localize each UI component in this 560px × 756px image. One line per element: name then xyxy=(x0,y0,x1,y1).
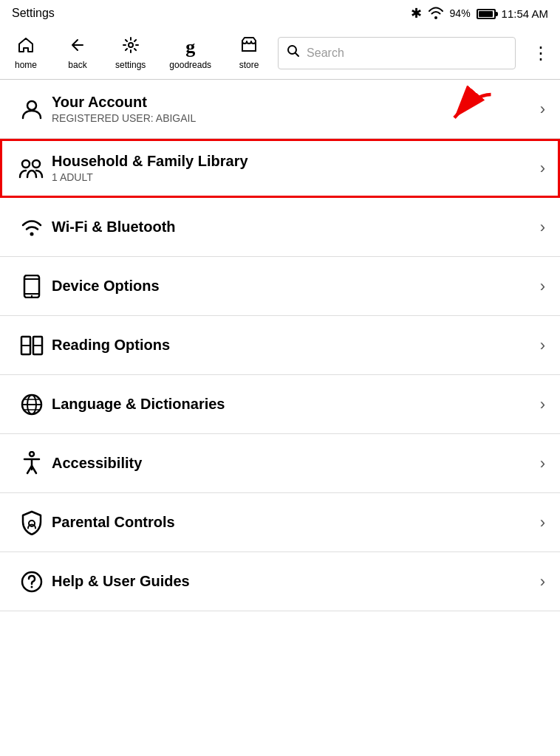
wifi-bluetooth-title: Wi-Fi & Bluetooth xyxy=(52,219,540,236)
parental-controls-icon xyxy=(15,510,49,535)
toolbar-nav: home back settings g goodreads xyxy=(0,32,275,75)
nav-home[interactable]: home xyxy=(0,32,52,75)
battery-percentage: 94% xyxy=(450,7,471,19)
settings-item-accessibility[interactable]: Accessibility › xyxy=(0,434,560,493)
accessibility-content: Accessibility xyxy=(49,455,540,472)
household-family-content: Household & Family Library 1 ADULT xyxy=(49,153,540,183)
nav-settings-label: settings xyxy=(115,60,146,70)
more-menu-button[interactable]: ⋮ xyxy=(522,43,560,63)
accessibility-icon xyxy=(15,451,49,476)
language-dictionaries-title: Language & Dictionaries xyxy=(52,396,540,413)
wifi-bluetooth-content: Wi-Fi & Bluetooth xyxy=(49,219,540,236)
parental-controls-title: Parental Controls xyxy=(52,514,540,531)
search-bar[interactable]: Search xyxy=(278,37,516,69)
nav-back-label: back xyxy=(68,60,86,70)
svg-point-16 xyxy=(30,452,34,456)
help-user-guides-content: Help & User Guides xyxy=(49,573,540,590)
reading-options-content: Reading Options xyxy=(49,337,540,354)
svg-point-2 xyxy=(27,101,36,110)
status-title: Settings xyxy=(12,7,55,20)
your-account-icon xyxy=(15,97,49,121)
nav-settings[interactable]: settings xyxy=(103,32,157,75)
settings-item-language-dictionaries[interactable]: Language & Dictionaries › xyxy=(0,375,560,434)
your-account-title: Your Account xyxy=(52,94,540,111)
wifi-status-icon xyxy=(428,6,444,21)
reading-options-chevron: › xyxy=(540,336,545,355)
device-options-icon xyxy=(15,275,49,298)
store-icon xyxy=(240,36,258,58)
settings-item-your-account[interactable]: Your Account REGISTERED USER: ABIGAIL › xyxy=(0,80,560,139)
settings-item-device-options[interactable]: Device Options › xyxy=(0,257,560,316)
status-icons: ✱ 94% 11:54 AM xyxy=(411,5,548,21)
settings-icon xyxy=(122,36,140,58)
wifi-bluetooth-chevron: › xyxy=(540,218,545,237)
nav-store-label: store xyxy=(239,60,259,70)
more-icon: ⋮ xyxy=(532,43,550,63)
reading-options-title: Reading Options xyxy=(52,337,540,354)
settings-item-reading-options[interactable]: Reading Options › xyxy=(0,316,560,375)
svg-point-0 xyxy=(129,43,133,47)
wifi-bluetooth-icon xyxy=(15,216,49,239)
svg-point-6 xyxy=(30,232,34,236)
svg-point-4 xyxy=(22,160,30,168)
svg-point-19 xyxy=(31,585,33,588)
reading-options-icon xyxy=(15,334,49,357)
parental-controls-content: Parental Controls xyxy=(49,514,540,531)
search-placeholder-text: Search xyxy=(307,47,344,60)
language-dictionaries-chevron: › xyxy=(540,395,545,414)
toolbar: home back settings g goodreads xyxy=(0,27,560,80)
your-account-chevron: › xyxy=(540,100,545,119)
settings-item-help-user-guides[interactable]: Help & User Guides › xyxy=(0,552,560,611)
battery-icon xyxy=(477,7,496,19)
bluetooth-icon: ✱ xyxy=(411,5,422,21)
settings-item-household-family[interactable]: Household & Family Library 1 ADULT › xyxy=(0,139,560,198)
accessibility-title: Accessibility xyxy=(52,455,540,472)
goodreads-icon: g xyxy=(185,36,195,58)
svg-point-10 xyxy=(31,295,33,296)
parental-controls-chevron: › xyxy=(540,513,545,532)
help-user-guides-chevron: › xyxy=(540,572,545,591)
nav-home-label: home xyxy=(15,60,37,70)
accessibility-chevron: › xyxy=(540,454,545,473)
device-options-chevron: › xyxy=(540,277,545,296)
your-account-subtitle: REGISTERED USER: ABIGAIL xyxy=(52,112,540,124)
status-bar: Settings ✱ 94% 11:54 AM xyxy=(0,0,560,27)
help-user-guides-title: Help & User Guides xyxy=(52,573,540,590)
search-icon xyxy=(286,44,301,62)
your-account-content: Your Account REGISTERED USER: ABIGAIL xyxy=(49,94,540,124)
nav-back[interactable]: back xyxy=(52,32,103,75)
home-icon xyxy=(17,36,35,58)
household-family-subtitle: 1 ADULT xyxy=(52,171,540,183)
device-options-title: Device Options xyxy=(52,278,540,295)
household-family-chevron: › xyxy=(540,159,545,178)
language-dictionaries-icon xyxy=(15,393,49,416)
status-time: 11:54 AM xyxy=(502,7,548,20)
nav-store[interactable]: store xyxy=(223,32,275,75)
settings-list: Your Account REGISTERED USER: ABIGAIL › xyxy=(0,80,560,611)
settings-item-parental-controls[interactable]: Parental Controls › xyxy=(0,493,560,552)
back-icon xyxy=(69,36,86,58)
language-dictionaries-content: Language & Dictionaries xyxy=(49,396,540,413)
household-family-title: Household & Family Library xyxy=(52,153,540,170)
household-family-icon xyxy=(15,157,49,180)
nav-goodreads-label: goodreads xyxy=(169,60,211,70)
svg-point-5 xyxy=(33,160,40,168)
settings-item-wifi-bluetooth[interactable]: Wi-Fi & Bluetooth › xyxy=(0,198,560,257)
device-options-content: Device Options xyxy=(49,278,540,295)
nav-goodreads[interactable]: g goodreads xyxy=(157,32,223,75)
help-user-guides-icon xyxy=(15,570,49,594)
